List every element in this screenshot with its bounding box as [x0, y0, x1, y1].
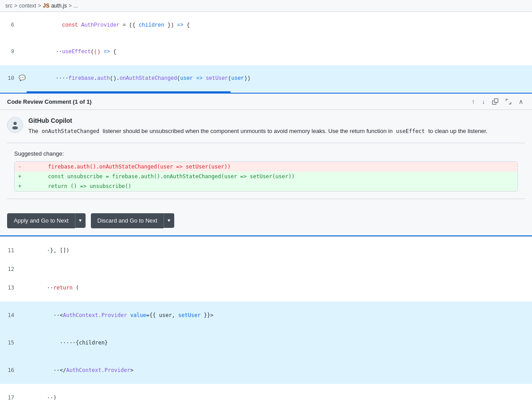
diff-sign-plus-1: + — [18, 172, 25, 181]
diff-sign-plus-2: + — [18, 182, 25, 191]
comment-panel-title: Code Review Comment (1 of 1) — [7, 98, 92, 105]
breadcrumb-ellipsis: ... — [74, 3, 78, 9]
breadcrumb-context[interactable]: context — [19, 3, 36, 9]
apply-btn-group: Apply and Go to Next ▾ — [7, 213, 86, 228]
bottom-code-block: 11 ·}, []) 12 13 ··return ( 14 ··<AuthCo… — [0, 236, 532, 403]
comment-header: Code Review Comment (1 of 1) ↑ ↓ ∧ — [0, 94, 532, 110]
bottom-code-line-13: 13 ··return ( — [0, 274, 532, 301]
comment-header-actions: ↑ ↓ ∧ — [470, 97, 525, 106]
code-line-10: 10 💬 ····firebase.auth().onAuthStateChan… — [0, 65, 532, 92]
diff-line-removed: - firebase.auth().onAuthStateChanged(use… — [15, 162, 517, 172]
comment-text: The onAuthStateChanged listener should b… — [28, 127, 525, 136]
breadcrumb-sep-2: > — [38, 3, 41, 9]
apply-dropdown-button[interactable]: ▾ — [75, 213, 86, 228]
svg-rect-2 — [13, 125, 16, 126]
bottom-code-line-15: 15 ·····{children} — [0, 329, 532, 356]
diff-code-added-1: const unsubscribe = firebase.auth().onAu… — [29, 172, 295, 181]
action-buttons: Apply and Go to Next ▾ Discard and Go to… — [0, 206, 532, 235]
line-number-10: 10 — [0, 74, 18, 83]
code-line-9: 9 ··useEffect(() => { — [0, 39, 532, 65]
bottom-line-num-16: 16 — [0, 366, 18, 375]
bottom-line-num-13: 13 — [0, 283, 18, 292]
suggested-change-label: Suggested change: — [7, 150, 525, 157]
diff-line-added-1: + const unsubscribe = firebase.auth().on… — [15, 172, 517, 181]
line-number-6: 6 — [0, 21, 18, 30]
diff-code-added-2: return () => unsubscribe() — [29, 182, 131, 191]
svg-point-0 — [13, 122, 16, 125]
comment-author-name: GitHub Copilot — [28, 117, 525, 124]
comment-author-row: GitHub Copilot The onAuthStateChanged li… — [7, 117, 525, 136]
prev-comment-button[interactable]: ↑ — [470, 97, 477, 106]
diff-line-added-2: + return () => unsubscribe() — [15, 181, 517, 191]
next-comment-button[interactable]: ↓ — [480, 97, 487, 106]
bottom-line-num-14: 14 — [0, 311, 18, 320]
collapse-comment-button[interactable]: ∧ — [517, 97, 525, 106]
breadcrumb-sep-3: > — [69, 3, 72, 9]
discard-dropdown-button[interactable]: ▾ — [164, 213, 174, 228]
discard-and-go-next-button[interactable]: Discard and Go to Next — [91, 213, 164, 228]
bottom-code-line-11: 11 ·}, []) — [0, 237, 532, 264]
breadcrumb-js-label: JS — [43, 3, 50, 9]
discard-btn-group: Discard and Go to Next ▾ — [91, 213, 174, 228]
bottom-line-content-11: ·}, []) — [18, 237, 73, 264]
svg-point-1 — [12, 126, 18, 129]
diff-sign-minus: - — [18, 162, 25, 171]
copy-comment-button[interactable] — [490, 98, 500, 106]
line-content-10: ····firebase.auth().onAuthStateChanged(u… — [27, 65, 532, 92]
bottom-line-num-12: 12 — [0, 265, 18, 274]
bottom-code-line-14: 14 ··<AuthContext.Provider value={{ user… — [0, 301, 532, 329]
breadcrumb-sep-1: > — [14, 3, 17, 9]
comment-divider-1 — [7, 143, 525, 143]
breadcrumb-filename[interactable]: auth.js — [51, 3, 66, 9]
line-comment-icon-10[interactable]: 💬 — [18, 74, 27, 83]
bottom-line-content-13: ··return ( — [18, 274, 82, 301]
diff-block: - firebase.auth().onAuthStateChanged(use… — [14, 161, 518, 192]
diff-code-removed: firebase.auth().onAuthStateChanged(user … — [29, 162, 231, 171]
bottom-code-line-17: 17 ··) — [0, 384, 532, 403]
bottom-code-line-16: 16 ··</AuthContext.Provider> — [0, 356, 532, 384]
comment-panel: Code Review Comment (1 of 1) ↑ ↓ ∧ — [0, 93, 532, 236]
line-content-9: ··useEffect(() => { — [27, 39, 532, 65]
top-code-block: 6 const AuthProvider = ({ children }) =>… — [0, 12, 532, 93]
bottom-code-line-12: 12 — [0, 264, 532, 274]
bottom-line-num-15: 15 — [0, 338, 18, 347]
bottom-line-num-11: 11 — [0, 246, 18, 255]
breadcrumb: src > context > JS auth.js > ... — [0, 0, 532, 12]
comment-text-area: GitHub Copilot The onAuthStateChanged li… — [28, 117, 525, 136]
line-number-9: 9 — [0, 47, 18, 56]
apply-and-go-next-button[interactable]: Apply and Go to Next — [7, 213, 75, 228]
comment-divider-2 — [7, 199, 525, 199]
bottom-line-num-17: 17 — [0, 393, 18, 402]
bottom-line-content-16: ··</AuthContext.Provider> — [18, 357, 137, 383]
breadcrumb-src[interactable]: src — [5, 3, 12, 9]
expand-comment-button[interactable] — [504, 98, 513, 106]
line-content-6: const AuthProvider = ({ children }) => { — [27, 12, 532, 39]
code-line-6: 6 const AuthProvider = ({ children }) =>… — [0, 12, 532, 39]
copilot-avatar — [7, 117, 23, 133]
bottom-line-content-17: ··) — [18, 384, 60, 403]
bottom-line-content-15: ·····{children} — [18, 329, 111, 356]
comment-body: GitHub Copilot The onAuthStateChanged li… — [0, 110, 532, 199]
bottom-line-content-14: ··<AuthContext.Provider value={{ user, s… — [18, 302, 217, 329]
